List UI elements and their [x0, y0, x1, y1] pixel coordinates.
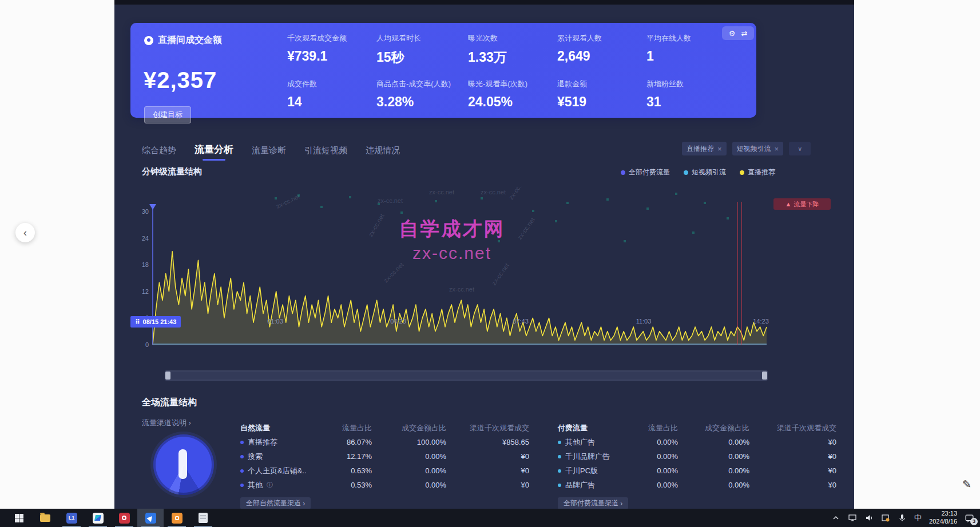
table-cell-value: ¥0	[749, 466, 836, 475]
tab-违规情况[interactable]: 违规情况	[366, 145, 400, 161]
card-title: 直播间成交金额	[158, 34, 222, 46]
y-tick-label: 24	[142, 235, 149, 242]
speckle	[532, 210, 534, 212]
metric-label: 平均在线人数	[646, 33, 732, 43]
row-dot-icon	[240, 469, 244, 473]
legend-item[interactable]: 全部付费流量	[621, 167, 670, 177]
scatter-watermark: zx-cc.net	[378, 197, 403, 204]
clock[interactable]: 23:13 2024/8/16	[929, 510, 957, 526]
back-button[interactable]: ‹	[15, 223, 35, 242]
speckle	[704, 202, 706, 204]
channel-explain-link[interactable]: 流量渠道说明 ›	[142, 418, 191, 428]
time-cursor-marker	[149, 204, 156, 210]
legend-item[interactable]: 短视频引流	[684, 167, 726, 177]
metric-1: 人均观看时长15秒	[376, 33, 468, 66]
volume-icon[interactable]	[864, 513, 874, 522]
table-column-header: 渠道千次观看成交	[446, 423, 529, 433]
gear-icon[interactable]: ⚙	[729, 29, 736, 38]
chart-title: 分钟级流量结构	[142, 166, 202, 177]
metric-value: ¥519	[557, 94, 646, 110]
analysis-tabs: 综合趋势流量分析流量诊断引流短视频违规情况	[142, 143, 400, 161]
legend-item[interactable]: 直播推荐	[740, 167, 775, 177]
metric-value: 3.28%	[376, 94, 468, 110]
table-name-header: 付费流量	[558, 423, 629, 433]
tab-引流短视频[interactable]: 引流短视频	[304, 145, 347, 161]
row-dot-icon	[240, 455, 244, 458]
row-label-text: 其他广告	[565, 437, 595, 448]
taskbar-app-pointer-active[interactable]	[137, 509, 164, 527]
metric-2: 曝光次数1.33万	[468, 33, 557, 66]
filter-chip[interactable]: 直播推荐×	[682, 142, 727, 155]
table-cell-value: 86.07%	[326, 438, 372, 446]
metric-value: 1	[646, 49, 732, 64]
table-cell-value: 12.17%	[326, 452, 372, 461]
app-tray-icon[interactable]	[881, 513, 890, 522]
chart-start-time-tag[interactable]: ⠿ 08/15 21:43	[130, 316, 181, 328]
x-tick-label: 01:03	[255, 318, 295, 325]
legend-label: 全部付费流量	[629, 167, 670, 177]
table-cell-value: 0.00%	[372, 481, 446, 489]
tab-流量诊断[interactable]: 流量诊断	[252, 145, 286, 161]
chip-close-icon[interactable]: ×	[717, 145, 722, 153]
windows-taskbar: L1 中 23:13 2024/8/16 3	[0, 509, 980, 527]
browser-app-icon	[119, 513, 130, 524]
table-row-label: 品牌广告	[558, 480, 629, 490]
tab-综合趋势[interactable]: 综合趋势	[142, 145, 176, 161]
swap-icon[interactable]: ⇄	[741, 29, 747, 38]
network-icon[interactable]	[848, 513, 857, 522]
taskbar-app-l1[interactable]: L1	[58, 509, 85, 527]
ime-indicator[interactable]: 中	[914, 513, 922, 523]
table-cell-value: ¥0	[749, 481, 836, 489]
info-icon[interactable]: ⓘ	[267, 481, 273, 489]
clock-time: 23:13	[929, 510, 957, 518]
table-cell-value: 0.00%	[372, 466, 446, 475]
pointer-app-icon	[145, 513, 156, 524]
taskbar-app-editor[interactable]	[85, 509, 111, 527]
table-cell-value: 0.00%	[678, 438, 749, 446]
table-cell-value: ¥858.65	[446, 438, 529, 446]
notification-center-button[interactable]: 3	[965, 513, 974, 523]
speckle	[624, 240, 626, 242]
row-dot-icon	[558, 455, 561, 458]
chart-range-brush[interactable]	[165, 370, 768, 381]
metric-value: 14	[287, 94, 376, 110]
metrics-grid: 千次观看成交金额¥739.1人均观看时长15秒曝光次数1.33万累计观看人数2,…	[287, 33, 732, 110]
taskbar-app-notepad[interactable]	[190, 509, 216, 527]
folder-icon	[40, 514, 50, 522]
brush-handle-left[interactable]	[165, 372, 170, 380]
pen-tool-icon[interactable]: ✎	[962, 478, 971, 491]
microphone-icon[interactable]	[898, 513, 907, 522]
row-label-text: 个人主页&店铺&..	[248, 466, 307, 476]
metric-label: 新增粉丝数	[646, 79, 732, 89]
brush-handle-right[interactable]	[762, 372, 767, 380]
table-cell-value: 0.00%	[678, 481, 749, 489]
file-explorer-button[interactable]	[32, 509, 58, 527]
table-column-header: 成交金额占比	[372, 423, 446, 433]
active-tab-indicator	[203, 159, 225, 161]
filter-select[interactable]: ∨	[789, 142, 811, 155]
notification-badge: 3	[970, 518, 978, 525]
paid-traffic-table: 付费流量流量占比成交金额占比渠道千次观看成交其他广告0.00%0.00%¥0千川…	[558, 421, 836, 492]
all-natural-channels-link[interactable]: 全部自然流量渠道 ›	[240, 497, 311, 509]
screen: 直播间成交金额 ¥2,357 创建目标 千次观看成交金额¥739.1人均观看时长…	[0, 0, 980, 527]
series-area	[153, 251, 767, 345]
filter-chip[interactable]: 短视频引流×	[732, 142, 784, 155]
table-cell-value: 0.00%	[629, 438, 678, 446]
start-button[interactable]	[6, 509, 32, 527]
create-goal-button[interactable]: 创建目标	[144, 106, 191, 123]
scatter-watermark: zx-cc.net	[367, 213, 385, 238]
tab-流量分析[interactable]: 流量分析	[195, 143, 233, 161]
legend-swatch	[621, 170, 625, 175]
scatter-watermark: zx-cc.net	[275, 193, 301, 209]
table-cell-value: ¥0	[446, 466, 529, 475]
chip-close-icon[interactable]: ×	[775, 145, 779, 153]
tray-expand-icon[interactable]	[831, 513, 840, 522]
taskbar-app-browser[interactable]	[111, 509, 137, 527]
taskbar-app-orange[interactable]	[164, 509, 190, 527]
speckle	[275, 197, 277, 199]
table-cell-value: 0.00%	[372, 452, 446, 461]
x-tick-label: 07:43	[501, 318, 541, 325]
speckle	[675, 193, 677, 195]
system-tray: 中 23:13 2024/8/16 3	[831, 509, 980, 527]
all-paid-channels-link[interactable]: 全部付费流量渠道 ›	[558, 497, 628, 509]
